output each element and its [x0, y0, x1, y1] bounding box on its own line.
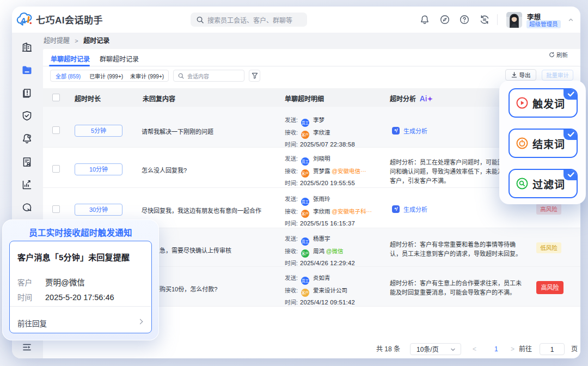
svg-text:A: A — [20, 16, 26, 25]
